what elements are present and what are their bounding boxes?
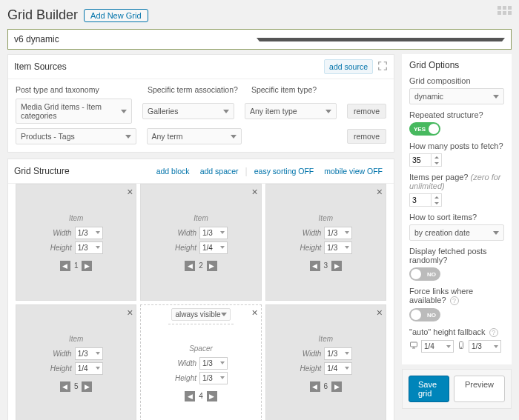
- add-spacer-button[interactable]: add spacer: [195, 164, 244, 179]
- repeated-label: Repeated structure?: [409, 110, 504, 119]
- expand-icon[interactable]: [377, 61, 388, 73]
- next-button[interactable]: ▶: [207, 261, 217, 271]
- grid-item: × ItemWidth1/3 Height1/4◀2▶: [140, 184, 261, 301]
- close-icon[interactable]: ×: [377, 307, 383, 319]
- svg-point-2: [461, 347, 462, 348]
- step-up-icon: [432, 194, 441, 200]
- save-grid-button[interactable]: Save grid: [409, 376, 449, 402]
- height-select[interactable]: 1/3: [75, 241, 103, 254]
- force-links-toggle[interactable]: NO: [409, 308, 440, 321]
- auto-height-desktop-select[interactable]: 1/4: [421, 340, 454, 353]
- help-icon: ?: [489, 328, 498, 337]
- per-page-label: Items per page? (zero for unlimited): [409, 173, 504, 190]
- close-icon[interactable]: ×: [127, 186, 133, 198]
- grid-item: × ItemWidth1/3 Height1/3◀1▶: [16, 184, 136, 301]
- per-page-input[interactable]: [409, 193, 443, 207]
- grid-item: × ItemWidth1/3 Height1/3◀3▶: [265, 184, 386, 301]
- remove-source-button[interactable]: remove: [347, 129, 386, 144]
- grid-item: × ItemWidth1/3 Height1/4◀6▶: [265, 304, 386, 420]
- height-select[interactable]: 1/3: [324, 241, 352, 254]
- close-icon[interactable]: ×: [251, 307, 257, 319]
- width-select[interactable]: 1/3: [75, 347, 103, 360]
- prev-button[interactable]: ◀: [185, 391, 195, 401]
- posts-fetch-label: How many posts to fetch?: [409, 141, 504, 150]
- grid-structure-panel: Grid Structure add block add spacer | ea…: [7, 159, 394, 420]
- repeated-structure-toggle[interactable]: YES: [409, 122, 440, 136]
- width-select[interactable]: 1/3: [324, 227, 352, 239]
- random-toggle[interactable]: NO: [409, 267, 440, 281]
- next-button[interactable]: ▶: [331, 261, 342, 271]
- grid-options-panel: Grid Options Grid composition dynamic Re…: [402, 54, 512, 364]
- grid-item: × ItemWidth1/3 Height1/4◀5▶: [16, 304, 136, 420]
- item-type-select[interactable]: Any item type: [245, 103, 337, 119]
- prev-button[interactable]: ◀: [185, 261, 195, 271]
- grid-selector-value: v6 dynamic: [14, 34, 257, 44]
- add-source-button[interactable]: add source: [324, 59, 373, 74]
- random-label: Display fetched posts randomly?: [409, 247, 504, 264]
- prev-button[interactable]: ◀: [60, 261, 70, 271]
- height-select[interactable]: 1/3: [199, 372, 228, 384]
- height-select[interactable]: 1/4: [324, 362, 352, 375]
- term-select[interactable]: Any term: [147, 128, 242, 144]
- next-button[interactable]: ▶: [207, 391, 217, 401]
- next-button[interactable]: ▶: [82, 381, 92, 392]
- prev-button[interactable]: ◀: [310, 261, 320, 271]
- prev-button[interactable]: ◀: [310, 381, 320, 392]
- auto-height-label: "auto" height fallback ?: [409, 327, 504, 337]
- close-icon[interactable]: ×: [251, 186, 257, 198]
- add-new-grid-button[interactable]: Add New Grid: [84, 9, 148, 22]
- sort-label: How to sort items?: [409, 213, 504, 221]
- col-term: Specific term association?: [148, 85, 241, 94]
- next-button[interactable]: ▶: [82, 261, 92, 271]
- step-up-icon: [432, 154, 441, 160]
- col-item-type: Specific item type?: [251, 85, 345, 94]
- remove-source-button[interactable]: remove: [347, 104, 386, 119]
- page-title: Grid Builder: [7, 7, 78, 23]
- grid-selector[interactable]: v6 dynamic: [7, 29, 512, 50]
- preview-button[interactable]: Preview: [454, 376, 505, 402]
- post-type-select[interactable]: Media Grid items - Item categories: [16, 99, 132, 124]
- desktop-icon: [409, 341, 418, 352]
- posts-fetch-input[interactable]: [409, 153, 443, 167]
- composition-select[interactable]: dynamic: [409, 88, 504, 104]
- height-select[interactable]: 1/4: [75, 362, 103, 375]
- sort-select[interactable]: by creation date: [409, 224, 504, 241]
- grid-spacer: always visible× SpacerWidth1/3 Height1/3…: [140, 304, 261, 420]
- easy-sorting-toggle[interactable]: easy sorting OFF: [249, 164, 320, 179]
- auto-height-mobile-select[interactable]: 1/3: [469, 340, 501, 353]
- composition-label: Grid composition: [409, 76, 504, 85]
- width-select[interactable]: 1/3: [199, 357, 228, 370]
- item-sources-title: Item Sources: [14, 61, 324, 72]
- prev-button[interactable]: ◀: [60, 381, 70, 392]
- step-down-icon: [432, 160, 441, 166]
- force-links-label: Force links where available? ?: [409, 287, 504, 305]
- help-icon: ?: [450, 296, 459, 305]
- close-icon[interactable]: ×: [377, 186, 383, 198]
- visibility-select[interactable]: always visible: [171, 308, 230, 321]
- next-button[interactable]: ▶: [331, 381, 342, 392]
- chevron-down-icon: [257, 38, 505, 41]
- step-down-icon: [432, 200, 441, 206]
- col-post-type: Post type and taxonomy: [16, 85, 137, 94]
- add-block-button[interactable]: add block: [151, 164, 195, 179]
- height-select[interactable]: 1/4: [199, 241, 228, 254]
- mobile-icon: [457, 341, 466, 352]
- grid-options-title: Grid Options: [409, 60, 504, 70]
- width-select[interactable]: 1/3: [199, 227, 228, 239]
- grid-structure-title: Grid Structure: [14, 166, 151, 176]
- close-icon[interactable]: ×: [127, 307, 133, 319]
- width-select[interactable]: 1/3: [75, 227, 103, 239]
- mobile-view-toggle[interactable]: mobile view OFF: [319, 164, 388, 179]
- action-bar: Save grid Preview: [402, 369, 512, 409]
- width-select[interactable]: 1/3: [324, 347, 352, 360]
- svg-rect-0: [411, 342, 417, 347]
- item-sources-panel: Item Sources add source Post type and ta…: [7, 54, 394, 153]
- post-type-select[interactable]: Products - Tags: [16, 128, 136, 144]
- term-select[interactable]: Galleries: [142, 103, 234, 119]
- app-logo: [497, 6, 512, 15]
